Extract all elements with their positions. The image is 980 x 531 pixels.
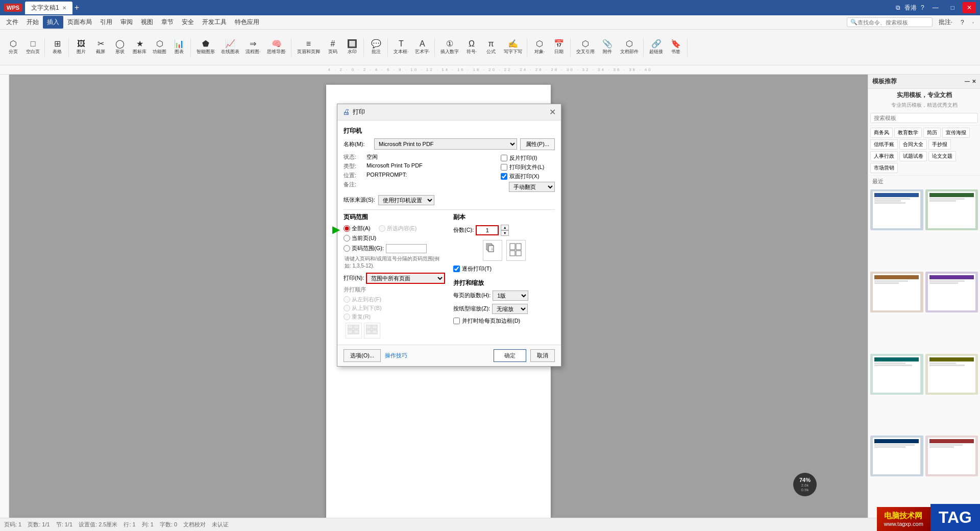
restore-icon[interactable]: ⧉ xyxy=(896,4,900,11)
toolbar-btn-funcdiag[interactable]: ⬡ 功能图 xyxy=(150,38,169,57)
tag-education[interactable]: 教育数学 xyxy=(894,128,922,138)
new-tab-btn[interactable]: + xyxy=(75,3,79,12)
collate-repeat-label[interactable]: 重复(R) xyxy=(344,313,445,321)
dialog-close-icon[interactable]: ✕ xyxy=(549,107,556,117)
radio-selection[interactable] xyxy=(379,225,385,232)
ok-btn[interactable]: 确定 xyxy=(494,349,526,362)
more-btn[interactable]: · xyxy=(968,17,978,28)
toolbar-btn-bookmark[interactable]: 🔖 书签 xyxy=(667,38,685,57)
toolbar-btn-handwrite[interactable]: ✍ 写字下写 xyxy=(501,38,525,57)
tag-poster[interactable]: 宣传海报 xyxy=(942,128,970,138)
copies-input[interactable] xyxy=(476,225,499,235)
panel-close-icon[interactable]: ✕ xyxy=(972,79,976,84)
panel-minimize-icon[interactable]: — xyxy=(965,79,970,84)
paper-source-select[interactable]: 使用打印机设置 xyxy=(378,195,434,205)
tag-business[interactable]: 商务风 xyxy=(870,128,893,138)
radio-current-label[interactable]: 当前页(U) xyxy=(344,234,376,242)
copies-collate-icon-2[interactable] xyxy=(506,240,526,261)
copies-down-btn[interactable]: ▼ xyxy=(501,230,509,236)
collate-left-label[interactable]: 从左到右(F) xyxy=(344,296,445,303)
template-item-3[interactable] xyxy=(870,272,923,312)
toolbar-btn-pagenum[interactable]: # 页码 xyxy=(324,38,342,57)
toolbar-btn-textbox[interactable]: T 文本框· xyxy=(391,38,411,57)
search-input[interactable] xyxy=(857,19,929,26)
template-search-input[interactable] xyxy=(870,113,978,123)
toolbar-btn-smartart[interactable]: ⬟ 智能图形 xyxy=(194,38,217,57)
toolbar-btn-hyperlink[interactable]: 🔗 超链接 xyxy=(647,38,666,57)
collate-icon-1[interactable] xyxy=(346,323,362,339)
toolbar-btn-headerfooter[interactable]: ≡ 页眉和页脚 xyxy=(295,38,323,57)
template-item-5[interactable] xyxy=(870,354,923,395)
tab-close-icon[interactable]: ✕ xyxy=(62,5,66,11)
template-item-2[interactable] xyxy=(925,189,978,230)
radio-pagerange[interactable] xyxy=(344,245,350,252)
tips-link[interactable]: 操作技巧 xyxy=(385,352,407,359)
template-item-8[interactable] xyxy=(925,436,978,476)
reverse-print-checkbox-label[interactable]: 反片打印(I) xyxy=(501,154,555,162)
menu-file[interactable]: 文件 xyxy=(2,16,22,29)
search-box[interactable]: 🔍 xyxy=(847,17,933,27)
menu-special[interactable]: 特色应用 xyxy=(231,16,263,29)
double-sided-checkbox-label[interactable]: 双面打印(X) xyxy=(501,173,555,180)
option-btn[interactable]: 选项(O)... xyxy=(344,349,381,362)
collate-print-checkbox[interactable] xyxy=(453,266,460,272)
toolbar-btn-insertnum[interactable]: ① 插入数字 xyxy=(438,38,461,57)
reverse-print-checkbox[interactable] xyxy=(501,155,507,161)
toolbar-btn-chart[interactable]: 📊 图表 xyxy=(170,38,188,57)
toolbar-btn-wordart[interactable]: A 艺术字· xyxy=(412,38,433,57)
tag-thesis[interactable]: 论文文题 xyxy=(928,151,956,161)
menu-pagelayout[interactable]: 页面布局 xyxy=(63,16,96,29)
toolbar-btn-comment[interactable]: 💬 批注 xyxy=(367,38,385,57)
menu-review[interactable]: 审阅 xyxy=(116,16,137,29)
comment-btn[interactable]: 批注· xyxy=(935,16,957,29)
copies-collate-icon-1[interactable]: 1 xyxy=(483,240,502,261)
collate-print-label[interactable]: 逐份打印(T) xyxy=(453,265,555,273)
double-sided-checkbox[interactable] xyxy=(501,173,507,180)
radio-collate-left[interactable] xyxy=(344,296,350,303)
radio-pagerange-label[interactable]: 页码范围(G): xyxy=(344,245,384,252)
toolbar-btn-formula[interactable]: π 公式 xyxy=(482,38,500,57)
collate-icon-2[interactable] xyxy=(364,323,380,339)
menu-security[interactable]: 安全 xyxy=(178,16,198,29)
close-btn[interactable]: ✕ xyxy=(963,2,976,13)
tag-handout[interactable]: 手抄报 xyxy=(928,139,951,150)
document-tab[interactable]: 文字文稿1 ✕ xyxy=(25,2,72,14)
per-page-select[interactable]: 1版 xyxy=(493,291,528,301)
print-to-file-checkbox[interactable] xyxy=(501,164,507,171)
printer-name-select[interactable]: Microsoft Print to PDF xyxy=(374,138,517,150)
radio-collate-top[interactable] xyxy=(344,305,350,311)
tag-contract[interactable]: 合同大全 xyxy=(899,139,927,150)
menu-reference[interactable]: 引用 xyxy=(96,16,116,29)
collate-top-label[interactable]: 从上到下(B) xyxy=(344,304,445,312)
toolbar-btn-table[interactable]: ⊞ 表格 xyxy=(48,38,66,57)
template-item-6[interactable] xyxy=(925,354,978,395)
toolbar-btn-iconlib[interactable]: ★ 图标库 xyxy=(130,38,149,57)
toolbar-btn-onlinechart[interactable]: 📈 在线图表 xyxy=(218,38,242,57)
user-label[interactable]: 香港 xyxy=(904,4,917,12)
toolbar-btn-picture[interactable]: 🖼 图片 xyxy=(72,38,90,57)
cancel-btn[interactable]: 取消 xyxy=(530,349,555,362)
settings-icon[interactable]: — xyxy=(928,2,943,13)
template-item-7[interactable] xyxy=(870,436,923,476)
merge-checkbox[interactable] xyxy=(453,318,460,324)
radio-collate-repeat[interactable] xyxy=(344,313,350,320)
toolbar-btn-object[interactable]: ⬡ 对象· xyxy=(530,38,549,57)
radio-selection-label[interactable]: 所选内容(E) xyxy=(379,225,417,232)
double-sided-select[interactable]: 手动翻页 xyxy=(509,182,555,192)
toolbar-btn-watermark[interactable]: 🔲 水印 xyxy=(343,38,361,57)
scale-select[interactable]: 无缩放 xyxy=(492,304,528,314)
tag-hr[interactable]: 人事行政 xyxy=(870,151,898,161)
page-range-input[interactable] xyxy=(386,244,427,253)
toolbar-btn-date[interactable]: 📅 日期 xyxy=(550,38,568,57)
toolbar-btn-flow[interactable]: ⇒ 流程图· xyxy=(243,38,263,57)
menu-chapter[interactable]: 章节 xyxy=(157,16,178,29)
copies-up-btn[interactable]: ▲ xyxy=(501,225,509,230)
merge-label[interactable]: 并打时给每页加边框(D) xyxy=(453,317,555,325)
tag-exam[interactable]: 试题试卷 xyxy=(899,151,927,161)
print-range-select[interactable]: 范围中所有页面 xyxy=(366,273,445,284)
toolbar-btn-pagbreak[interactable]: ⬡ 分页 xyxy=(4,38,22,57)
properties-btn[interactable]: 属性(P)... xyxy=(520,138,555,150)
maximize-btn[interactable]: □ xyxy=(947,2,959,13)
toolbar-btn-docpart[interactable]: ⬡ 文档部件 xyxy=(618,38,641,57)
toolbar-btn-symbol[interactable]: Ω 符号· xyxy=(462,38,481,57)
